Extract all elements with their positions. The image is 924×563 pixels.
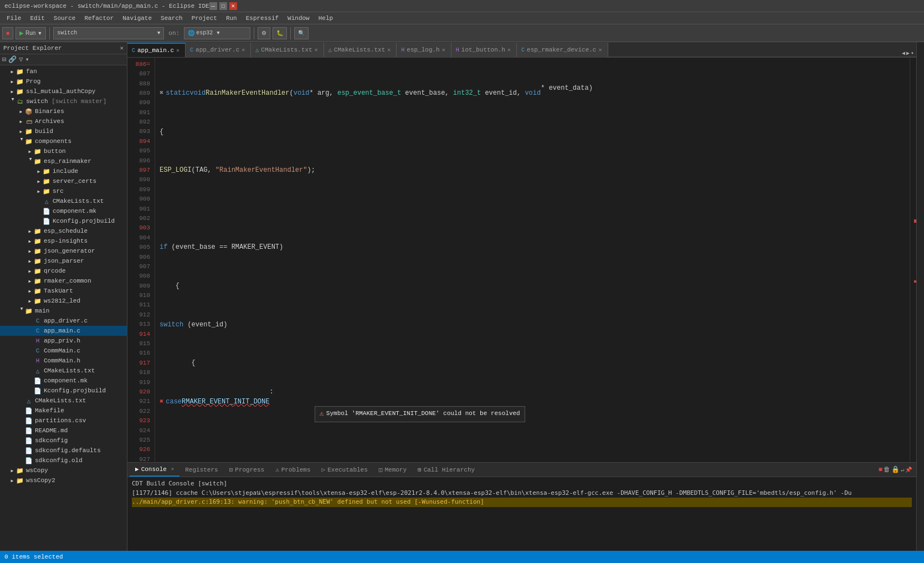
menu-search[interactable]: Search [156, 14, 187, 23]
console-terminate-icon[interactable]: ■ [879, 466, 882, 474]
tree-item-prog[interactable]: ▶ 📁 Prog [0, 76, 127, 86]
tree-item-json-parser[interactable]: ▶ 📁 json_parser [0, 256, 127, 266]
collapse-all-icon[interactable]: ⊟ [2, 55, 6, 64]
tree-item-esp-rainmaker[interactable]: ▶ 📁 esp_rainmaker [0, 156, 127, 166]
tab-cmake2[interactable]: △ CMakeLists.txt ✕ [324, 43, 397, 57]
tab-close-app-driver[interactable]: ✕ [242, 47, 245, 53]
menu-navigate[interactable]: Navigate [118, 14, 156, 23]
tree-item-makefile[interactable]: ▶ 📄 Makefile [0, 406, 127, 416]
tree-item-cmake-root[interactable]: ▶ △ CMakeLists.txt [0, 396, 127, 406]
console-tab-console[interactable]: ▶ Console ✕ [130, 463, 179, 477]
console-word-wrap-icon[interactable]: ↵ [901, 467, 904, 473]
tree-item-app-main[interactable]: ▶ C app_main.c [0, 326, 127, 336]
menu-run[interactable]: Run [222, 14, 242, 23]
tree-item-partitions[interactable]: ▶ 📄 partitions.csv [0, 416, 127, 426]
close-button[interactable]: ✕ [229, 2, 237, 10]
tree-item-wsscopy2[interactable]: ▶ 📁 wssCopy2 [0, 475, 127, 485]
tree-item-include[interactable]: ▶ 📁 include [0, 166, 127, 176]
tree-item-switch[interactable]: ▶ 🗂 switch [switch master] [0, 96, 127, 106]
tree-item-server-certs[interactable]: ▶ 📁 server_certs [0, 176, 127, 186]
tree-item-src[interactable]: ▶ 📁 src [0, 186, 127, 196]
tree-item-component-mk[interactable]: ▶ 📄 component.mk [0, 206, 127, 216]
tree-item-build[interactable]: ▶ 📁 build [0, 126, 127, 136]
console-tab-registers[interactable]: Registers [179, 463, 223, 477]
tree-item-wscopy[interactable]: ▶ 📁 wsCopy [0, 465, 127, 475]
console-close-icon[interactable]: ✕ [171, 466, 174, 472]
tree-item-fan[interactable]: ▶ 📁 fan [0, 66, 127, 76]
tab-close-iot-button[interactable]: ✕ [507, 47, 511, 53]
code-editor[interactable]: 886= 887 888 889 890 891 892 893 894 895… [127, 58, 916, 462]
tree-item-cmake-main[interactable]: ▶ △ CMakeLists.txt [0, 366, 127, 376]
tree-item-readme[interactable]: ▶ 📄 README.md [0, 426, 127, 436]
menu-project[interactable]: Project [187, 14, 222, 23]
tab-iot-button[interactable]: H iot_button.h ✕ [451, 43, 517, 57]
tree-item-ws2812[interactable]: ▶ 📁 ws2812_led [0, 296, 127, 306]
project-selector[interactable]: switch ▼ [53, 27, 164, 39]
menu-source[interactable]: Source [49, 14, 80, 23]
tree-item-ssl[interactable]: ▶ 📁 ssl_mutual_authCopy [0, 86, 127, 96]
tree-item-cmake-rain[interactable]: ▶ △ CMakeLists.txt [0, 196, 127, 206]
minimize-button[interactable]: ─ [209, 2, 217, 10]
tree-item-json-generator[interactable]: ▶ 📁 json_generator [0, 246, 127, 256]
tree-item-sdkconfig-defaults[interactable]: ▶ 📄 sdkconfig.defaults [0, 446, 127, 455]
tab-scroll-left-icon[interactable]: ◀ [902, 50, 905, 57]
tree-item-app-priv[interactable]: ▶ H app_priv.h [0, 336, 127, 346]
tree-item-kconfig-main[interactable]: ▶ 📄 Kconfig.projbuild [0, 386, 127, 396]
tab-app-main[interactable]: C app_main.c ✕ [127, 43, 186, 57]
tree-item-qrcode[interactable]: ▶ 📁 qrcode [0, 266, 127, 276]
tree-item-commmain-c[interactable]: ▶ C CommMain.c [0, 346, 127, 356]
tree-item-kconfig[interactable]: ▶ 📄 Kconfig.projbuild [0, 216, 127, 226]
tab-close-cmake2[interactable]: ✕ [387, 47, 391, 53]
debug-button[interactable]: 🐛 [273, 27, 287, 39]
tree-item-main[interactable]: ▶ 📁 main [0, 306, 127, 316]
menu-file[interactable]: File [2, 14, 25, 23]
stop-button[interactable]: ■ [2, 27, 13, 39]
tree-item-button[interactable]: ▶ 📁 button [0, 146, 127, 156]
menu-edit[interactable]: Edit [25, 14, 49, 23]
window-controls[interactable]: ─ □ ✕ [209, 2, 237, 10]
tree-item-components[interactable]: ▶ 📁 components [0, 136, 127, 146]
code-content[interactable]: ✖static void RainMakerEventHandler(void*… [155, 58, 910, 462]
tree-item-app-driver[interactable]: ▶ C app_driver.c [0, 316, 127, 326]
tab-esp-rmaker[interactable]: C esp_rmaker_device.c ✕ [517, 43, 608, 57]
tab-close-esp-rmaker[interactable]: ✕ [598, 47, 602, 53]
run-button[interactable]: ▶ Run ▼ [16, 27, 46, 39]
console-tab-executables[interactable]: ▷ Executables [316, 463, 373, 477]
tab-list-icon[interactable]: ▾ [911, 50, 914, 57]
tab-close-cmake1[interactable]: ✕ [315, 47, 318, 53]
tree-item-sdkconfig-old[interactable]: ▶ 📄 sdkconfig.old [0, 455, 127, 465]
tree-item-commmain-h[interactable]: ▶ H CommMain.h [0, 356, 127, 366]
tree-item-taskuart[interactable]: ▶ 📁 TaskUart [0, 286, 127, 296]
tree-item-rmaker-common[interactable]: ▶ 📁 rmaker_common [0, 276, 127, 286]
tab-app-driver[interactable]: C app_driver.c ✕ [186, 43, 251, 57]
tab-close-app-main[interactable]: ✕ [176, 47, 179, 54]
view-menu-icon[interactable]: ▾ [25, 55, 29, 64]
tab-scroll-right-icon[interactable]: ▶ [906, 50, 910, 57]
project-explorer-close-icon[interactable]: ✕ [120, 44, 124, 52]
target-selector[interactable]: 🌐 esp32 ▼ [184, 27, 250, 39]
menu-refactor[interactable]: Refactor [80, 14, 118, 23]
tab-esp-log[interactable]: H esp_log.h ✕ [397, 43, 451, 57]
console-content[interactable]: CDT Build Console [switch] [1177/1146] c… [127, 477, 916, 551]
menu-espressif[interactable]: Espressif [242, 14, 283, 23]
console-pin-icon[interactable]: 📌 [905, 467, 912, 473]
link-with-editor-icon[interactable]: 🔗 [8, 55, 17, 64]
tab-cmake1[interactable]: △ CMakeLists.txt ✕ [251, 43, 324, 57]
build-button[interactable]: ⚙ [258, 27, 270, 39]
console-clear-icon[interactable]: 🗑 [884, 465, 890, 474]
console-tab-progress[interactable]: ⊡ Progress [224, 463, 270, 477]
console-tab-problems[interactable]: ⚠ Problems [270, 463, 316, 477]
tree-item-esp-insights[interactable]: ▶ 📁 esp-insights [0, 236, 127, 246]
tree-item-archives[interactable]: ▶ 🗃 Archives [0, 116, 127, 126]
tree-item-esp-schedule[interactable]: ▶ 📁 esp_schedule [0, 226, 127, 236]
tree-item-binaries[interactable]: ▶ 📦 Binaries [0, 106, 127, 116]
tree-item-sdkconfig[interactable]: ▶ 📄 sdkconfig [0, 436, 127, 446]
console-tab-callhierarchy[interactable]: ⊞ Call Hierarchy [412, 463, 480, 477]
search-button[interactable]: 🔍 [294, 27, 309, 39]
console-tab-memory[interactable]: ◫ Memory [373, 463, 412, 477]
tree-item-component-main-mk[interactable]: ▶ 📄 component.mk [0, 376, 127, 386]
tab-close-esp-log[interactable]: ✕ [442, 47, 445, 53]
console-scroll-lock-icon[interactable]: 🔒 [891, 465, 900, 474]
maximize-button[interactable]: □ [219, 2, 227, 10]
menu-help[interactable]: Help [314, 14, 337, 23]
